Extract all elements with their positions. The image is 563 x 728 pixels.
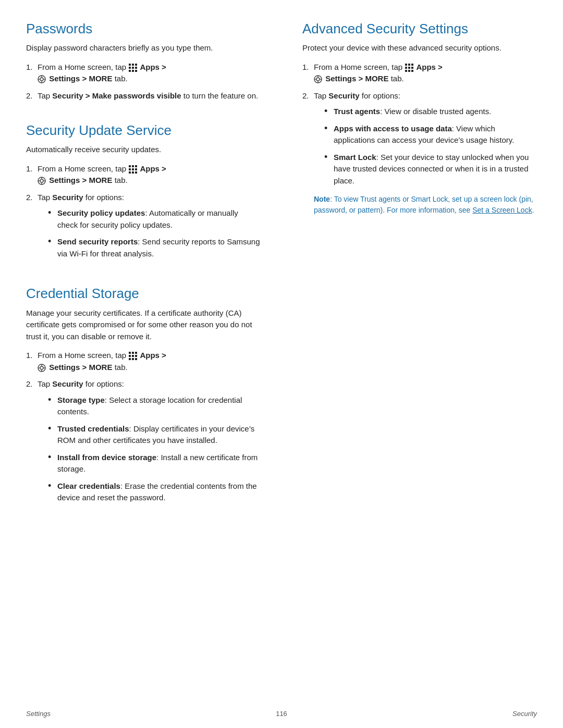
step-text: Tap Security for options: • Trust agents…	[314, 90, 537, 216]
bullet-item: • Storage type: Select a storage locatio…	[48, 394, 261, 418]
passwords-step1: 1. From a Home screen, tap Apps >	[26, 61, 261, 85]
bullet-item: • Clear credentials: Erase the credentia…	[48, 480, 261, 504]
step-text: From a Home screen, tap Apps >	[38, 163, 261, 187]
svg-point-7	[40, 179, 43, 182]
step-num: 2.	[26, 192, 38, 204]
step-num: 1.	[26, 61, 38, 73]
advanced-step1: 1. From a Home screen, tap Apps >	[302, 61, 537, 85]
bullet-dot: •	[48, 236, 55, 248]
apps-icon	[129, 165, 137, 174]
bullet-item: • Apps with access to usage data: View w…	[324, 123, 537, 146]
apps-icon	[405, 64, 413, 72]
security-update-title: Security Update Service	[26, 122, 261, 139]
security-update-bullets: • Security policy updates: Automatically…	[48, 207, 261, 260]
credential-storage-steps: 1. From a Home screen, tap Apps >	[26, 350, 261, 509]
advanced-security-section: Advanced Security Settings Protect your …	[302, 21, 537, 216]
bullet-item: • Smart Lock: Set your device to stay un…	[324, 152, 537, 187]
page-number: 116	[276, 710, 287, 718]
footer-right: Security	[512, 710, 537, 718]
passwords-section: Passwords Display password characters br…	[26, 21, 261, 102]
bullet-dot: •	[324, 123, 332, 134]
bullet-dot: •	[324, 106, 332, 117]
bullet-dot: •	[48, 452, 55, 463]
security-update-step2: 2. Tap Security for options: • Security …	[26, 192, 261, 265]
bullet-item: • Security policy updates: Automatically…	[48, 207, 261, 231]
left-column: Passwords Display password characters br…	[26, 21, 282, 530]
apps-icon	[129, 352, 137, 360]
credential-storage-desc: Manage your security certificates. If a …	[26, 307, 261, 343]
passwords-desc: Display password characters briefly as y…	[26, 42, 261, 54]
step-text: Tap Security for options: • Security pol…	[38, 192, 261, 265]
passwords-steps: 1. From a Home screen, tap Apps >	[26, 61, 261, 102]
step-text: From a Home screen, tap Apps >	[38, 350, 261, 373]
bullet-text: Storage type: Select a storage location …	[57, 394, 261, 418]
footer-left: Settings	[26, 710, 51, 718]
security-update-desc: Automatically receive security updates.	[26, 144, 261, 156]
bullet-dot: •	[48, 207, 55, 219]
svg-point-1	[40, 78, 43, 81]
footer: Settings 116 Security	[0, 710, 563, 718]
step-num: 1.	[302, 61, 314, 73]
step-num: 2.	[26, 378, 38, 390]
bullet-text: Security policy updates: Automatically o…	[57, 207, 261, 231]
credential-step2: 2. Tap Security for options: • Storage t…	[26, 378, 261, 509]
advanced-security-steps: 1. From a Home screen, tap Apps >	[302, 61, 537, 216]
step-num: 1.	[26, 163, 38, 175]
credential-storage-section: Credential Storage Manage your security …	[26, 286, 261, 509]
bullet-text: Clear credentials: Erase the credential …	[57, 480, 261, 504]
bullet-text: Install from device storage: Install a n…	[57, 452, 261, 475]
bullet-dot: •	[48, 394, 55, 406]
bullet-dot: •	[48, 423, 55, 435]
svg-point-13	[40, 366, 43, 369]
bullet-item: • Install from device storage: Install a…	[48, 452, 261, 475]
step-text: Tap Security for options: • Storage type…	[38, 378, 261, 509]
security-update-steps: 1. From a Home screen, tap Apps >	[26, 163, 261, 265]
bullet-dot: •	[324, 152, 332, 163]
security-update-section: Security Update Service Automatically re…	[26, 122, 261, 265]
bullet-text: Smart Lock: Set your device to stay unlo…	[334, 152, 537, 187]
advanced-security-bullets: • Trust agents: View or disable trusted …	[324, 106, 537, 187]
bullet-text: Trust agents: View or disable trusted ag…	[334, 106, 491, 118]
settings-icon	[38, 177, 46, 185]
settings-icon	[38, 75, 46, 83]
bullet-item: • Send security reports: Send security r…	[48, 236, 261, 260]
step-text: From a Home screen, tap Apps >	[314, 61, 537, 85]
credential-step1: 1. From a Home screen, tap Apps >	[26, 350, 261, 373]
advanced-security-title: Advanced Security Settings	[302, 21, 537, 37]
security-update-step1: 1. From a Home screen, tap Apps >	[26, 163, 261, 187]
right-column: Advanced Security Settings Protect your …	[282, 21, 537, 530]
credential-bullets: • Storage type: Select a storage locatio…	[48, 394, 261, 504]
bullet-item: • Trust agents: View or disable trusted …	[324, 106, 537, 118]
step-text: Tap Security > Make passwords visible to…	[38, 90, 261, 102]
advanced-step2: 2. Tap Security for options: • Trust age…	[302, 90, 537, 216]
bullet-text: Apps with access to usage data: View whi…	[334, 123, 537, 146]
settings-icon	[314, 75, 322, 83]
advanced-security-desc: Protect your device with these advanced …	[302, 42, 537, 54]
bullet-item: • Trusted credentials: Display certifica…	[48, 423, 261, 447]
step-num: 1.	[26, 350, 38, 362]
step-text: From a Home screen, tap Apps >	[38, 61, 261, 85]
bullet-text: Trusted credentials: Display certificate…	[57, 423, 261, 447]
apps-icon	[129, 64, 137, 72]
bullet-dot: •	[48, 480, 55, 492]
step-num: 2.	[26, 90, 38, 102]
passwords-step2: 2. Tap Security > Make passwords visible…	[26, 90, 261, 102]
note-block: Note: To view Trust agents or Smart Lock…	[314, 194, 537, 216]
svg-point-19	[316, 78, 320, 81]
bullet-text: Send security reports: Send security rep…	[57, 236, 261, 260]
credential-storage-title: Credential Storage	[26, 286, 261, 302]
settings-icon	[38, 364, 46, 372]
passwords-title: Passwords	[26, 21, 261, 37]
step-num: 2.	[302, 90, 314, 102]
